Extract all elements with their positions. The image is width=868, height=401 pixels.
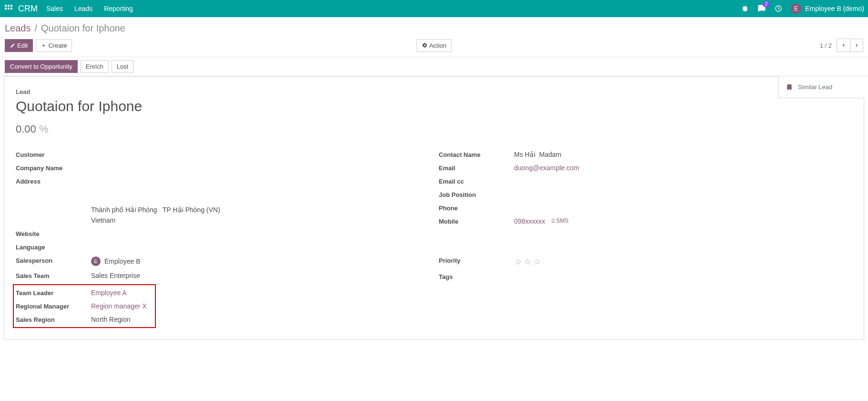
svg-rect-0: [5, 5, 7, 7]
pager-prev[interactable]: [837, 39, 850, 52]
star-2[interactable]: ☆: [524, 257, 531, 267]
label-company-name: Company Name: [16, 164, 91, 172]
star-1[interactable]: ☆: [514, 257, 522, 267]
menu-reporting[interactable]: Reporting: [104, 5, 133, 12]
main-menu: Sales Leads Reporting: [46, 5, 133, 12]
svg-rect-1: [8, 5, 10, 7]
label-address: Address: [16, 177, 91, 185]
probability: 0.00 %: [16, 123, 852, 135]
svg-rect-2: [10, 5, 12, 7]
app-brand[interactable]: CRM: [18, 4, 38, 14]
menu-sales[interactable]: Sales: [46, 5, 63, 12]
control-panel: Edit Create Action 1 / 2: [0, 37, 868, 57]
debug-icon[interactable]: [741, 5, 749, 12]
label-language: Language: [16, 243, 91, 251]
svg-rect-3: [5, 8, 7, 10]
breadcrumb-root[interactable]: Leads: [5, 23, 31, 34]
value-mobile: 098xxxxxx SMS: [514, 217, 569, 225]
messages-badge: 2: [763, 1, 770, 7]
label-salesperson: Salesperson: [16, 257, 91, 264]
label-regional-manager: Regional Manager: [16, 302, 91, 310]
user-name: Employee B (demo): [805, 5, 864, 12]
value-sales-region: North Region: [91, 316, 131, 323]
record-title: Quotaion for Iphone: [16, 98, 852, 114]
svg-rect-4: [8, 8, 10, 10]
label-email: Email: [439, 164, 514, 172]
breadcrumb: Leads / Quotaion for Iphone: [0, 17, 868, 37]
user-menu[interactable]: E Employee B (demo): [791, 3, 864, 14]
label-tags: Tags: [439, 273, 514, 280]
label-email-cc: Email cc: [439, 177, 514, 185]
user-avatar: E: [791, 3, 801, 14]
label-job-position: Job Position: [439, 191, 514, 198]
highlighted-region: Team LeaderEmployee A Regional ManagerRe…: [13, 284, 156, 328]
salesperson-avatar: E: [91, 257, 101, 266]
label-sales-team: Sales Team: [16, 272, 91, 279]
value-address: Thành phố Hải Phòng TP Hải Phòng (VN) Vi…: [91, 206, 220, 224]
label-customer: Customer: [16, 151, 91, 158]
bookmark-icon: [786, 83, 793, 91]
label-contact-name: Contact Name: [439, 151, 514, 158]
value-regional-manager[interactable]: Region manager X: [91, 302, 147, 310]
record-type-label: Lead: [16, 88, 852, 95]
value-salesperson: E Employee B: [91, 257, 140, 266]
value-priority: ☆ ☆ ☆: [514, 257, 541, 267]
pager[interactable]: 1 / 2: [820, 42, 832, 49]
value-contact-name: Ms Hải Madam: [514, 151, 562, 158]
breadcrumb-current: Quotaion for Iphone: [41, 23, 125, 34]
left-column: Customer Company Name Address Thành phố …: [16, 148, 429, 328]
value-sales-team: Sales Enterprise: [91, 272, 140, 279]
statusbar: Convert to Opportunity Enrich Lost: [0, 57, 868, 76]
star-3[interactable]: ☆: [533, 257, 541, 267]
top-navbar: CRM Sales Leads Reporting 2 E Employee B…: [0, 0, 868, 17]
breadcrumb-sep: /: [35, 23, 38, 34]
right-column: Contact Name Ms Hải Madam Emailduong@exa…: [439, 148, 853, 328]
label-team-leader: Team Leader: [16, 289, 91, 297]
similar-lead-button[interactable]: Similar Lead: [778, 76, 864, 98]
label-phone: Phone: [439, 204, 514, 212]
apps-icon[interactable]: [4, 4, 13, 13]
action-button[interactable]: Action: [416, 39, 451, 52]
value-email[interactable]: duong@example.com: [514, 164, 579, 172]
create-button[interactable]: Create: [36, 39, 72, 52]
value-team-leader[interactable]: Employee A: [91, 289, 127, 297]
button-box: Similar Lead: [778, 76, 864, 98]
enrich-button[interactable]: Enrich: [81, 60, 109, 73]
sms-link[interactable]: SMS: [551, 217, 569, 224]
label-website: Website: [16, 230, 91, 237]
messages-icon[interactable]: 2: [757, 4, 766, 13]
activities-icon[interactable]: [775, 5, 782, 12]
convert-opportunity-button[interactable]: Convert to Opportunity: [5, 60, 78, 73]
edit-button[interactable]: Edit: [5, 39, 33, 52]
label-priority: Priority: [439, 257, 514, 264]
pager-next[interactable]: [850, 39, 863, 52]
lost-button[interactable]: Lost: [112, 60, 134, 73]
label-sales-region: Sales Region: [16, 316, 91, 323]
menu-leads[interactable]: Leads: [74, 5, 92, 12]
form-sheet: Similar Lead Lead Quotaion for Iphone 0.…: [4, 76, 864, 340]
svg-rect-5: [10, 8, 12, 10]
label-mobile: Mobile: [439, 217, 514, 225]
